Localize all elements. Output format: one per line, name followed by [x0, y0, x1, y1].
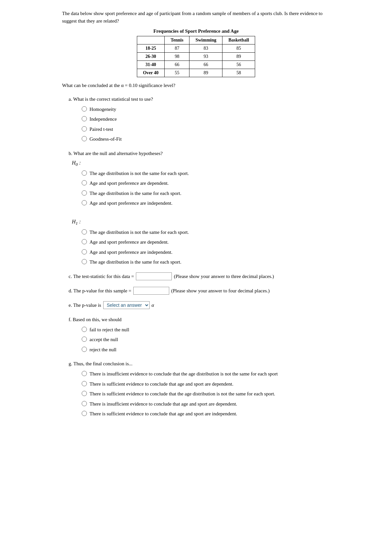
h1-options: The age distribution is not the same for… — [82, 229, 330, 266]
radio-circle-icon — [82, 347, 87, 352]
radio-option[interactable]: There is insufficient evidence to conclu… — [82, 370, 330, 378]
radio-option[interactable]: The age distribution is not the same for… — [82, 229, 330, 236]
question-f: f. Based on this, we should fail to reje… — [62, 316, 330, 354]
radio-label: fail to reject the null — [90, 326, 129, 334]
radio-option[interactable]: Goodness-of-Fit — [82, 135, 330, 143]
radio-option[interactable]: accept the null — [82, 336, 330, 343]
question-g-label: g. Thus, the final conclusion is... — [69, 360, 330, 368]
question-b: b. What are the null and alternative hyp… — [62, 149, 330, 266]
data-table: Tennis Swimming Basketball 18-2587838526… — [137, 36, 255, 77]
p-value-input[interactable] — [133, 287, 169, 295]
radio-label: The age distribution is not the same for… — [90, 229, 189, 236]
table-cell: 66 — [189, 61, 222, 69]
radio-label: Age and sport preference are dependent. — [90, 180, 169, 187]
table-cell: 87 — [165, 44, 189, 53]
col-header-basketball: Basketball — [222, 36, 255, 44]
table-cell: 55 — [165, 69, 189, 77]
radio-option[interactable]: Homogeneity — [82, 106, 330, 113]
question-e-line: e. The p-value is Select an answer < > α — [69, 301, 330, 309]
table-cell: 18-25 — [137, 44, 165, 53]
question-a: a. What is the correct statistical test … — [62, 95, 330, 143]
h0-label: H0 : — [72, 160, 330, 167]
radio-option[interactable]: There is sufficient evidence to conclude… — [82, 380, 330, 388]
test-statistic-input[interactable] — [136, 272, 172, 280]
radio-option[interactable]: The age distribution is not the same for… — [82, 170, 330, 177]
radio-option[interactable]: Independence — [82, 115, 330, 123]
p-value-comparison-dropdown[interactable]: Select an answer < > — [103, 301, 150, 309]
table-cell: 26-30 — [137, 53, 165, 61]
col-header-blank — [137, 36, 165, 44]
radio-option[interactable]: There is insufficient evidence to conclu… — [82, 400, 330, 408]
radio-label: Age and sport preference are independent… — [90, 249, 172, 256]
radio-circle-icon — [82, 327, 87, 332]
question-f-options: fail to reject the nullaccept the nullre… — [82, 326, 330, 354]
question-g-options: There is insufficient evidence to conclu… — [82, 370, 330, 418]
radio-circle-icon — [82, 126, 87, 131]
radio-label: Age and sport preference are independent… — [90, 199, 172, 207]
radio-label: Goodness-of-Fit — [90, 135, 122, 143]
question-c-note: (Please show your answer to three decima… — [174, 272, 274, 280]
col-header-tennis: Tennis — [165, 36, 189, 44]
radio-label: The age distribution is the same for eac… — [90, 190, 181, 197]
radio-circle-icon — [82, 106, 87, 112]
table-section: Frequencies of Sport Preference and Age … — [62, 28, 330, 77]
table-cell: 89 — [189, 69, 222, 77]
radio-label: There is insufficient evidence to conclu… — [90, 400, 237, 408]
radio-option[interactable]: reject the null — [82, 346, 330, 354]
radio-circle-icon — [82, 170, 87, 176]
radio-circle-icon — [82, 116, 87, 121]
radio-circle-icon — [82, 391, 87, 396]
table-title: Frequencies of Sport Preference and Age — [62, 28, 330, 34]
question-d-line: d. The p-value for this sample = (Please… — [69, 287, 330, 295]
radio-option[interactable]: Paired t-test — [82, 126, 330, 133]
radio-option[interactable]: fail to reject the null — [82, 326, 330, 334]
radio-option[interactable]: Age and sport preference are dependent. — [82, 238, 330, 246]
radio-circle-icon — [82, 371, 87, 376]
radio-circle-icon — [82, 136, 87, 141]
table-cell: 83 — [189, 44, 222, 53]
table-cell: 98 — [165, 53, 189, 61]
radio-label: Independence — [90, 115, 117, 123]
radio-label: There is sufficient evidence to conclude… — [90, 380, 233, 388]
table-cell: 56 — [222, 61, 255, 69]
question-c: c. The test-statistic for this data = (P… — [62, 272, 330, 280]
radio-circle-icon — [82, 401, 87, 406]
question-e-label: e. The p-value is — [69, 301, 101, 309]
alpha-symbol: α — [152, 301, 154, 309]
radio-option[interactable]: Age and sport preference are independent… — [82, 199, 330, 207]
radio-option[interactable]: The age distribution is the same for eac… — [82, 258, 330, 266]
h0-options: The age distribution is not the same for… — [82, 170, 330, 207]
table-cell: Over 40 — [137, 69, 165, 77]
radio-label: reject the null — [90, 346, 116, 354]
question-a-label: a. What is the correct statistical test … — [69, 95, 330, 103]
col-header-swimming: Swimming — [189, 36, 222, 44]
radio-label: There is insufficient evidence to conclu… — [90, 370, 278, 378]
radio-option[interactable]: There is sufficient evidence to conclude… — [82, 410, 330, 418]
radio-option[interactable]: The age distribution is the same for eac… — [82, 190, 330, 197]
radio-option[interactable]: There is sufficient evidence to conclude… — [82, 390, 330, 398]
table-cell: 85 — [222, 44, 255, 53]
table-cell: 31-40 — [137, 61, 165, 69]
radio-label: Homogeneity — [90, 106, 116, 113]
radio-label: There is sufficient evidence to conclude… — [90, 390, 275, 398]
intro-text: The data below show sport preference and… — [62, 10, 330, 25]
radio-circle-icon — [82, 249, 87, 254]
radio-option[interactable]: Age and sport preference are dependent. — [82, 180, 330, 187]
radio-circle-icon — [82, 229, 87, 234]
radio-option[interactable]: Age and sport preference are independent… — [82, 249, 330, 256]
table-cell: 89 — [222, 53, 255, 61]
question-c-line: c. The test-statistic for this data = (P… — [69, 272, 330, 280]
radio-circle-icon — [82, 200, 87, 205]
question-g: g. Thus, the final conclusion is... Ther… — [62, 360, 330, 418]
radio-label: Paired t-test — [90, 126, 113, 133]
question-d-label: d. The p-value for this sample = — [69, 287, 131, 295]
h1-label: H1 : — [72, 219, 330, 226]
radio-label: There is sufficient evidence to conclude… — [90, 410, 237, 418]
significance-line: What can be concluded at the α = 0.10 si… — [62, 82, 330, 89]
radio-label: The age distribution is not the same for… — [90, 170, 189, 177]
radio-circle-icon — [82, 239, 87, 244]
question-d: d. The p-value for this sample = (Please… — [62, 287, 330, 295]
question-e: e. The p-value is Select an answer < > α — [62, 301, 330, 309]
radio-circle-icon — [82, 190, 87, 196]
table-cell: 58 — [222, 69, 255, 77]
